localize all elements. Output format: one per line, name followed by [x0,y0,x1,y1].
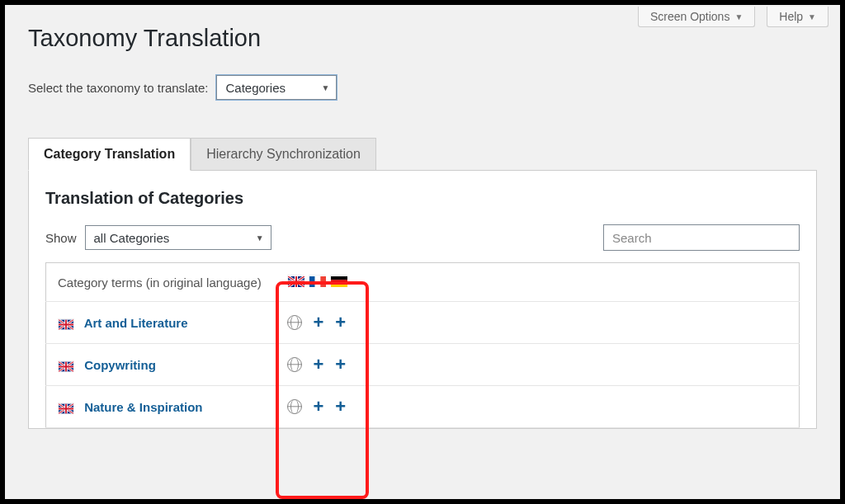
chevron-down-icon: ▼ [808,12,816,21]
add-translation-fr-icon[interactable]: + [314,398,324,416]
taxonomy-select-row: Select the taxonomy to translate: Catego… [28,75,817,100]
chevron-down-icon: ▼ [256,233,264,243]
table-header-row: Category terms (in original language) [46,263,800,302]
flag-uk-icon [287,275,304,285]
translation-table: Category terms (in original language) [45,262,800,428]
svg-rect-2 [314,276,320,287]
tab-bar: Category Translation Hierarchy Synchroni… [28,138,817,171]
screen-options-button[interactable]: Screen Options ▼ [638,7,755,27]
table-header-flags [276,263,375,302]
flag-uk-icon [58,318,74,329]
top-button-bar: Screen Options ▼ Help ▼ [638,7,828,27]
flag-fr-icon [309,275,325,285]
add-translation-de-icon[interactable]: + [335,356,346,374]
globe-icon[interactable] [287,357,302,372]
chevron-down-icon: ▼ [734,12,743,21]
show-selected-value: all Categories [94,231,170,245]
svg-rect-6 [331,284,347,287]
search-input[interactable] [603,224,800,251]
svg-rect-5 [331,280,347,283]
term-label: Copywriting [84,358,156,372]
translation-actions-cell: + + [276,386,375,428]
translation-panel: Translation of Categories Show all Categ… [28,171,817,429]
svg-rect-3 [320,276,326,287]
page-frame: Screen Options ▼ Help ▼ Taxonomy Transla… [0,0,845,504]
flag-de-icon [330,275,347,285]
flag-uk-icon [58,403,74,413]
add-translation-fr-icon[interactable]: + [314,313,324,332]
row-spacer [375,302,800,344]
tab-hierarchy-sync[interactable]: Hierarchy Synchronization [191,138,376,171]
add-translation-de-icon[interactable]: + [335,313,346,332]
add-translation-fr-icon[interactable]: + [314,356,324,374]
page-content: Taxonomy Translation Select the taxonomy… [5,5,840,429]
show-filter: Show all Categories ▼ [45,225,271,250]
show-select[interactable]: all Categories ▼ [85,225,271,250]
term-link[interactable]: Copywriting [46,344,276,386]
chevron-down-icon: ▼ [322,83,330,92]
taxonomy-selected-value: Categories [225,81,286,95]
flag-uk-icon [58,360,74,371]
term-link[interactable]: Nature & Inspiration [46,386,276,428]
translation-actions-cell: + + [276,344,375,386]
tab-category-translation[interactable]: Category Translation [28,138,191,171]
table-row: Copywriting + + [46,344,800,386]
panel-title: Translation of Categories [45,189,800,208]
screen-options-label: Screen Options [650,10,730,23]
table-row: Nature & Inspiration + + [46,386,800,428]
taxonomy-select-label: Select the taxonomy to translate: [28,81,208,95]
globe-icon[interactable] [287,399,302,414]
table-row: Art and Literature + + [46,302,800,344]
table-header-terms: Category terms (in original language) [46,263,276,302]
row-spacer [375,344,800,386]
add-translation-de-icon[interactable]: + [335,398,346,416]
translation-actions-cell: + + [276,302,375,344]
table-header-spacer [375,263,800,302]
help-label: Help [779,10,803,23]
filter-row: Show all Categories ▼ [45,224,800,251]
page-title: Taxonomy Translation [28,25,817,52]
svg-rect-1 [309,276,315,287]
term-link[interactable]: Art and Literature [46,302,276,344]
term-label: Nature & Inspiration [84,400,202,414]
help-button[interactable]: Help ▼ [767,7,828,27]
row-spacer [375,386,800,428]
taxonomy-select[interactable]: Categories ▼ [216,75,337,100]
globe-icon[interactable] [287,315,302,330]
svg-rect-4 [331,276,347,280]
show-label: Show [45,231,77,245]
term-label: Art and Literature [84,316,188,330]
